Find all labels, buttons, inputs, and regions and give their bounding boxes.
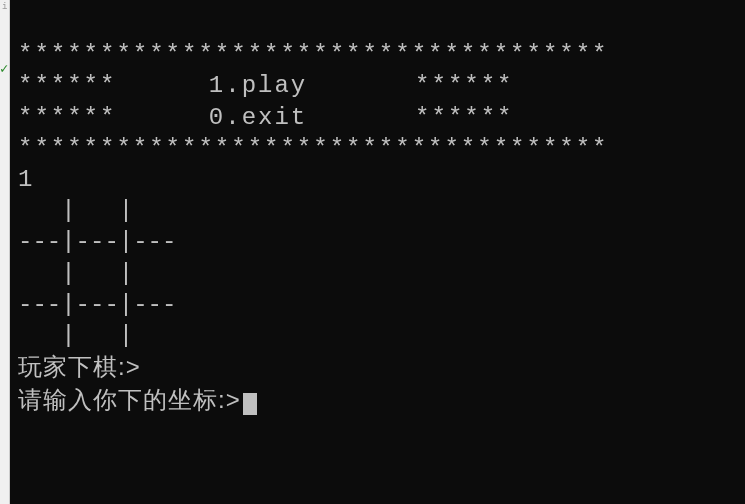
menu-side-right: ******	[415, 72, 513, 99]
prompt-enter-coord: 请输入你下的坐标:>	[18, 386, 241, 413]
board-row: | |	[18, 197, 176, 224]
menu-side-left: ******	[18, 72, 116, 99]
menu-option-play: 1.play	[209, 72, 307, 99]
board-divider: ---|---|---	[18, 291, 176, 318]
editor-gutter: ✓	[0, 0, 10, 504]
menu-option-exit: 0.exit	[209, 104, 307, 131]
prompt-player-move: 玩家下棋:>	[18, 353, 141, 380]
menu-border-bottom: ************************************	[18, 135, 608, 162]
checkmark-icon: ✓	[0, 60, 8, 77]
menu-border-top: ************************************	[18, 41, 608, 68]
menu-side-right: ******	[415, 104, 513, 131]
menu-side-left: ******	[18, 104, 116, 131]
cursor-icon	[243, 393, 257, 415]
terminal-output[interactable]: ************************************ ***…	[10, 0, 745, 504]
board-divider: ---|---|---	[18, 228, 176, 255]
board-row: | |	[18, 322, 176, 349]
board-row: | |	[18, 260, 176, 287]
user-input: 1	[18, 166, 33, 193]
